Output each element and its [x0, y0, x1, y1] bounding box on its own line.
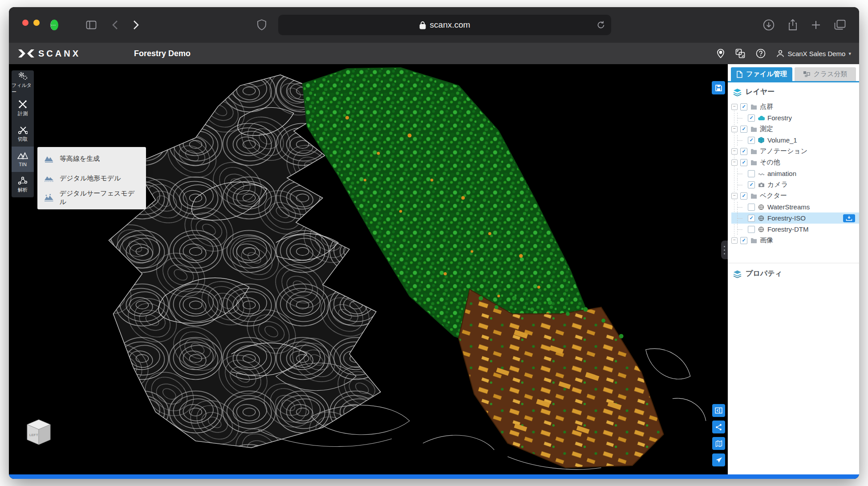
back-button[interactable] — [112, 20, 118, 30]
address-bar[interactable]: scanx.com — [278, 15, 611, 35]
layers-title: レイヤー — [746, 87, 775, 97]
tree-connector — [737, 224, 745, 235]
navigation-cube[interactable]: LEFT — [25, 417, 53, 448]
sidebar-toggle-icon[interactable] — [86, 20, 97, 29]
layer-download-button[interactable] — [843, 214, 855, 222]
layer-group-row[interactable]: − 画像 — [731, 235, 859, 246]
layer-checkbox[interactable] — [748, 170, 755, 177]
share-button[interactable] — [712, 421, 725, 433]
fit-extent-button[interactable] — [712, 404, 725, 417]
layer-row[interactable]: WaterStreams — [731, 201, 859, 212]
layer-checkbox[interactable] — [740, 126, 747, 133]
layer-checkbox[interactable] — [740, 103, 747, 110]
layer-checkbox[interactable] — [748, 226, 755, 233]
layer-checkbox[interactable] — [748, 204, 755, 211]
tool-label: 切取 — [18, 136, 28, 143]
layer-checkbox[interactable] — [748, 137, 755, 144]
user-menu[interactable]: ScanX Sales Demo ▾ — [776, 49, 851, 57]
layer-label: Volume_1 — [767, 136, 797, 144]
layer-group-row[interactable]: − 点群 — [731, 101, 859, 112]
tree-connector — [737, 202, 745, 212]
layer-label: WaterStreams — [767, 203, 810, 211]
map-icon — [715, 440, 722, 447]
layer-group-row[interactable]: − その他 — [731, 157, 859, 168]
layer-row[interactable]: Forestry-DTM — [731, 224, 859, 235]
collapse-icon[interactable]: − — [731, 126, 738, 132]
folder-icon — [750, 193, 757, 199]
tool-rail: フィルター 計測 切取 — [12, 70, 34, 197]
layer-checkbox[interactable] — [740, 159, 747, 166]
layer-label: 点群 — [760, 102, 773, 111]
scissors-icon — [18, 125, 28, 134]
layer-checkbox[interactable] — [740, 148, 747, 155]
camera-icon — [758, 182, 765, 188]
tree-connector — [737, 113, 745, 123]
layers-section-header[interactable]: レイヤー — [728, 82, 859, 100]
tab-file-management[interactable]: ファイル管理 — [731, 67, 792, 81]
layer-label: 測定 — [760, 125, 773, 133]
layer-checkbox[interactable] — [748, 215, 755, 222]
close-window-button[interactable] — [22, 20, 28, 26]
menu-item-dsm[interactable]: デジタルサーフェスモデル — [37, 188, 146, 208]
scanx-logo-text: SCANX — [38, 49, 81, 59]
layer-label: アノテーション — [760, 147, 807, 155]
layer-row[interactable]: カメラ — [731, 179, 859, 190]
help-icon[interactable] — [756, 49, 766, 58]
layer-checkbox[interactable] — [740, 237, 747, 244]
animation-icon — [758, 171, 765, 176]
layer-group-row[interactable]: − アノテーション — [731, 146, 859, 157]
menu-item-label: デジタルサーフェスモデル — [60, 189, 140, 206]
layer-row[interactable]: Forestry — [731, 112, 859, 123]
tab-classification[interactable]: クラス分類 — [795, 67, 856, 81]
tool-tin[interactable]: TIN — [12, 147, 34, 172]
properties-icon — [733, 270, 742, 278]
point-cloud-canvas[interactable] — [9, 64, 728, 474]
collapse-icon[interactable]: − — [731, 148, 738, 155]
layer-group-row[interactable]: − 測定 — [731, 123, 859, 135]
terrain-model-icon — [44, 174, 54, 182]
tool-measure[interactable]: 計測 — [12, 96, 34, 121]
layer-checkbox[interactable] — [748, 114, 755, 122]
menu-item-generate-contours[interactable]: 等高線を生成 — [37, 149, 146, 168]
coordinate-transform-icon[interactable] — [735, 49, 745, 58]
tool-analysis[interactable]: 解析 — [12, 172, 34, 197]
zoom-window-button[interactable] — [50, 20, 58, 30]
user-name: ScanX Sales Demo — [787, 50, 845, 57]
privacy-shield-icon[interactable] — [257, 19, 267, 31]
layer-row[interactable]: animation — [731, 168, 859, 179]
collapse-icon[interactable]: − — [731, 159, 738, 166]
forward-button[interactable] — [133, 20, 139, 30]
collapse-icon[interactable]: − — [731, 104, 738, 110]
layer-row[interactable]: Volume_1 — [731, 135, 859, 146]
tool-filter[interactable]: フィルター — [12, 70, 34, 96]
layer-checkbox[interactable] — [748, 181, 755, 188]
map-button[interactable] — [712, 437, 725, 450]
collapse-icon[interactable]: − — [731, 237, 738, 244]
panel-resize-handle[interactable] — [721, 241, 728, 259]
layer-row-forestry-iso[interactable]: Forestry-ISO — [731, 212, 859, 224]
layer-checkbox[interactable] — [740, 192, 747, 200]
downloads-icon[interactable] — [763, 19, 775, 31]
flight-view-button[interactable] — [712, 453, 725, 466]
panel-tabs: ファイル管理 クラス分類 — [728, 64, 859, 81]
status-bar — [9, 474, 859, 479]
save-view-button[interactable] — [712, 81, 725, 94]
reload-icon[interactable] — [596, 20, 605, 29]
right-panel: ファイル管理 クラス分類 レイヤー — [728, 64, 859, 474]
layer-group-row[interactable]: − ベクター — [731, 190, 859, 201]
layer-label: カメラ — [767, 180, 788, 189]
menu-item-dtm[interactable]: デジタル地形モデル — [37, 168, 146, 188]
new-tab-icon[interactable] — [811, 20, 821, 30]
3d-viewport[interactable]: フィルター 計測 切取 — [9, 64, 728, 474]
share-nodes-icon — [715, 424, 722, 431]
share-page-icon[interactable] — [788, 19, 798, 31]
layer-label: animation — [767, 170, 796, 177]
location-icon[interactable] — [717, 49, 725, 58]
tab-overview-icon[interactable] — [834, 20, 846, 30]
layer-label: 画像 — [760, 236, 773, 245]
collapse-icon[interactable]: − — [731, 193, 738, 199]
tool-clip[interactable]: 切取 — [12, 121, 34, 147]
layer-label: Forestry — [767, 114, 792, 122]
minimize-window-button[interactable] — [33, 20, 40, 26]
properties-section-header[interactable]: プロパティ — [728, 263, 859, 282]
